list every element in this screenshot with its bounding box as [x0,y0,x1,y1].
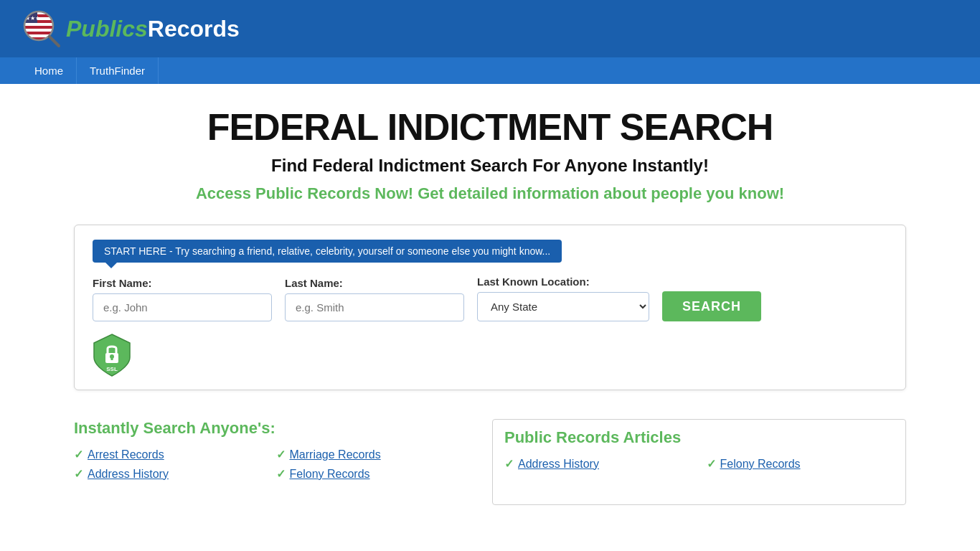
first-name-label: First Name: [93,277,272,289]
state-select[interactable]: Any StateAlabamaAlaskaArizonaArkansasCal… [477,292,649,321]
svg-rect-5 [24,29,53,32]
last-name-group: Last Name: [285,277,464,321]
articles-grid: ✓ Address History ✓ Felony Records [504,457,894,471]
checkmark-icon: ✓ [276,467,286,481]
address-history-link[interactable]: Address History [88,468,169,481]
page-tagline: Access Public Records Now! Get detailed … [74,184,906,203]
list-item: ✓ Arrest Records [74,448,262,461]
left-section-title: Instantly Search Anyone's: [74,419,463,438]
last-name-input[interactable] [285,293,464,321]
ssl-badge: SSL [93,333,131,372]
logo-text: PublicsRecords [66,16,240,42]
location-label: Last Known Location: [477,276,649,288]
svg-text:SSL: SSL [106,366,118,372]
list-item: ✓ Felony Records [276,467,464,481]
page-title: FEDERAL INDICTMENT SEARCH [74,105,906,149]
logo[interactable]: ★★★ PublicsRecords [22,9,240,49]
marriage-records-link[interactable]: Marriage Records [290,448,381,461]
svg-rect-13 [111,357,113,360]
first-name-input[interactable] [93,293,272,321]
list-item: ✓ Address History [74,467,262,481]
site-header: ★★★ PublicsRecords [0,0,980,57]
felony-records-link[interactable]: Felony Records [290,468,370,481]
bottom-sections: Instantly Search Anyone's: ✓ Arrest Reco… [74,419,906,505]
list-item: ✓ Address History [504,457,692,471]
address-history-article-link[interactable]: Address History [518,458,599,471]
search-box: START HERE - Try searching a friend, rel… [74,225,906,390]
right-section: Public Records Articles ✓ Address Histor… [492,419,906,505]
main-content: FEDERAL INDICTMENT SEARCH Find Federal I… [60,84,920,527]
last-name-label: Last Name: [285,277,464,289]
svg-rect-4 [24,23,53,26]
arrest-records-link[interactable]: Arrest Records [88,448,164,461]
list-item: ✓ Marriage Records [276,448,464,461]
right-section-title: Public Records Articles [504,428,894,447]
first-name-group: First Name: [93,277,272,321]
site-nav: Home TruthFinder [0,57,980,84]
records-grid: ✓ Arrest Records ✓ Marriage Records ✓ Ad… [74,448,463,481]
list-item: ✓ Felony Records [707,457,895,471]
page-subtitle: Find Federal Indictment Search For Anyon… [74,156,906,176]
search-button[interactable]: SEARCH [662,291,761,321]
checkmark-icon: ✓ [276,448,286,461]
location-group: Last Known Location: Any StateAlabamaAla… [477,276,649,321]
nav-truthfinder[interactable]: TruthFinder [77,57,159,84]
checkmark-icon: ✓ [74,467,83,481]
checkmark-icon: ✓ [707,457,716,471]
svg-line-10 [50,37,59,46]
logo-icon: ★★★ [22,9,62,49]
search-fields: First Name: Last Name: Last Known Locati… [93,276,887,321]
checkmark-icon: ✓ [504,457,514,471]
left-section: Instantly Search Anyone's: ✓ Arrest Reco… [74,419,463,481]
felony-records-article-link[interactable]: Felony Records [720,458,801,471]
search-tooltip: START HERE - Try searching a friend, rel… [93,240,562,263]
nav-home[interactable]: Home [22,57,77,84]
checkmark-icon: ✓ [74,448,83,461]
